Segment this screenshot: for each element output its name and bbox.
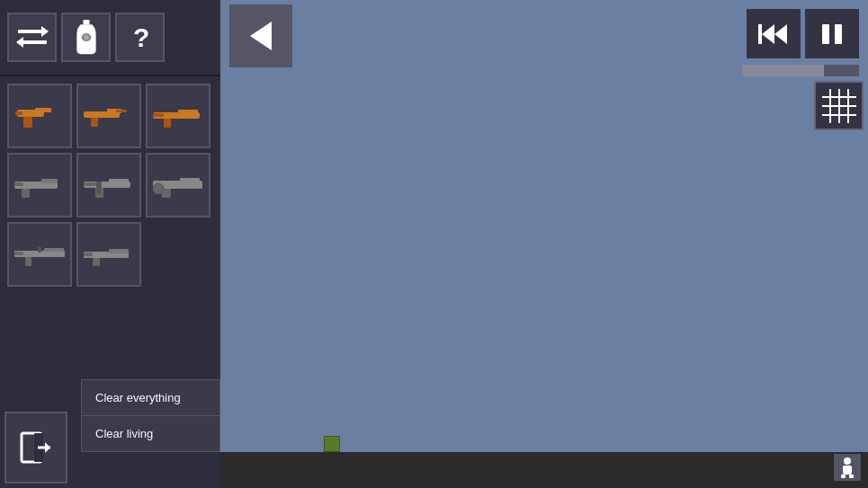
svg-rect-23 <box>14 182 23 186</box>
weapon-slot-3[interactable] <box>146 84 210 148</box>
svg-rect-52 <box>758 24 762 44</box>
svg-marker-50 <box>762 24 774 44</box>
pause-button[interactable] <box>805 9 859 58</box>
svg-rect-30 <box>180 178 200 182</box>
svg-point-61 <box>844 457 851 465</box>
svg-rect-62 <box>843 466 852 475</box>
svg-rect-19 <box>153 113 164 117</box>
character-sprite <box>324 436 340 452</box>
svg-rect-41 <box>84 253 93 256</box>
svg-rect-28 <box>96 182 102 194</box>
switch-button[interactable] <box>7 13 57 62</box>
weapon-slot-5[interactable] <box>76 153 141 217</box>
svg-point-6 <box>84 34 88 39</box>
help-button[interactable]: ? <box>115 13 165 62</box>
svg-rect-35 <box>25 257 31 266</box>
svg-rect-63 <box>841 475 846 478</box>
svg-text:?: ? <box>133 22 149 52</box>
svg-marker-3 <box>16 37 23 48</box>
exit-button[interactable] <box>4 412 67 484</box>
progress-bar <box>742 65 824 76</box>
weapon-slot-4[interactable] <box>7 153 72 217</box>
svg-rect-37 <box>38 247 41 253</box>
back-button[interactable] <box>229 4 292 67</box>
item-button[interactable] <box>61 13 111 62</box>
svg-rect-9 <box>35 108 51 112</box>
svg-rect-2 <box>18 40 47 44</box>
clear-everything-button[interactable]: Clear everything <box>82 380 219 416</box>
svg-rect-21 <box>41 179 58 183</box>
svg-rect-17 <box>178 110 198 114</box>
grid-toggle-button[interactable] <box>814 81 864 130</box>
svg-point-32 <box>153 183 164 194</box>
top-toolbar: ? <box>0 0 220 76</box>
svg-rect-15 <box>116 110 127 112</box>
svg-rect-64 <box>849 475 854 478</box>
weapon-grid <box>0 76 220 294</box>
svg-rect-34 <box>44 248 64 252</box>
weapon-slot-6[interactable] <box>146 153 210 217</box>
svg-point-5 <box>81 33 91 41</box>
svg-marker-49 <box>250 22 272 50</box>
ground <box>220 452 868 488</box>
svg-rect-10 <box>23 117 32 128</box>
rewind-button[interactable] <box>747 9 801 58</box>
svg-marker-45 <box>45 442 50 453</box>
clear-living-button[interactable]: Clear living <box>82 416 219 451</box>
svg-rect-11 <box>15 111 22 115</box>
svg-rect-0 <box>18 30 47 33</box>
svg-rect-39 <box>109 249 129 253</box>
svg-rect-4 <box>83 20 89 24</box>
weapon-slot-7[interactable] <box>7 222 72 287</box>
weapon-slot-1[interactable] <box>7 84 72 148</box>
svg-rect-18 <box>164 119 171 128</box>
svg-rect-53 <box>822 24 829 44</box>
weapon-slot-2[interactable] <box>76 84 141 148</box>
svg-marker-1 <box>41 26 49 37</box>
svg-rect-14 <box>91 118 98 127</box>
svg-marker-51 <box>774 24 787 44</box>
svg-rect-25 <box>109 179 129 183</box>
svg-rect-54 <box>835 24 842 44</box>
weapon-slot-8[interactable] <box>76 222 141 287</box>
person-icon <box>834 454 861 481</box>
svg-rect-40 <box>93 258 100 266</box>
svg-rect-36 <box>14 252 23 255</box>
svg-rect-27 <box>84 182 96 186</box>
context-menu: Clear everything Clear living <box>81 379 220 452</box>
svg-rect-22 <box>22 189 30 198</box>
